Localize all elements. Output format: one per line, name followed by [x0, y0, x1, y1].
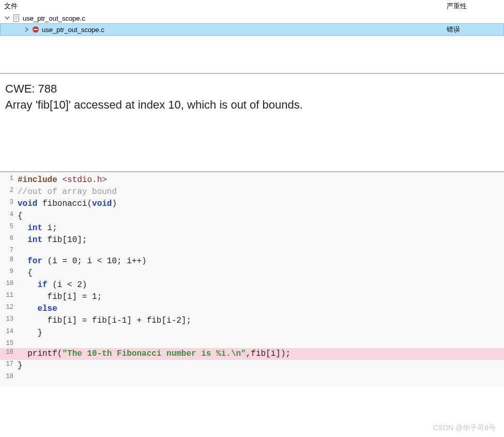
code-line: 13 fib[i] = fib[i-1] + fib[i-2];	[0, 315, 504, 327]
code-content: }	[18, 360, 23, 372]
column-headers: 文件 严重性	[0, 0, 504, 13]
expand-down-icon[interactable]	[4, 15, 10, 21]
line-number: 12	[0, 303, 18, 315]
code-line: 6 int fib[10];	[0, 234, 504, 246]
line-number: 11	[0, 291, 18, 303]
header-file: 文件	[4, 2, 447, 11]
code-line: 11 fib[i] = 1;	[0, 291, 504, 303]
line-number: 10	[0, 279, 18, 291]
code-content: int i;	[18, 222, 57, 234]
error-icon	[32, 25, 40, 34]
code-content: }	[18, 327, 42, 339]
tree-parent-label: use_ptr_out_scope.c	[23, 14, 85, 22]
issue-message: CWE: 788 Array 'fib[10]' accessed at ind…	[0, 73, 504, 171]
line-number: 14	[0, 327, 18, 339]
code-line: 7	[0, 246, 504, 255]
code-content: printf("The 10-th Fibonacci number is %i…	[18, 348, 291, 360]
code-line: 8 for (i = 0; i < 10; i++)	[0, 255, 504, 267]
code-line: 15	[0, 339, 504, 348]
tree-child-row[interactable]: use_ptr_out_scope.c 错误	[0, 23, 504, 36]
code-line: 12 else	[0, 303, 504, 315]
code-line: 1#include <stdio.h>	[0, 174, 504, 186]
code-content: for (i = 0; i < 10; i++)	[18, 255, 147, 267]
tree-parent-row[interactable]: use_ptr_out_scope.c	[0, 13, 504, 23]
code-line: 9 {	[0, 267, 504, 279]
line-number: 2	[0, 186, 18, 198]
file-icon	[12, 14, 21, 22]
file-tree: use_ptr_out_scope.c use_ptr_out_scope.c …	[0, 13, 504, 36]
line-number: 13	[0, 315, 18, 327]
severity-value: 错误	[444, 25, 501, 34]
message-description: Array 'fib[10]' accessed at index 10, wh…	[5, 97, 499, 113]
code-line: 4{	[0, 210, 504, 222]
line-number: 7	[0, 246, 18, 255]
code-content: void fibonacci(void)	[18, 198, 117, 210]
svg-rect-6	[34, 29, 38, 30]
line-number: 15	[0, 339, 18, 348]
code-line-highlighted: 16 printf("The 10-th Fibonacci number is…	[0, 348, 504, 360]
code-line: 17}	[0, 360, 504, 372]
message-cwe: CWE: 788	[5, 81, 499, 97]
code-line: 18	[0, 372, 504, 381]
line-number: 18	[0, 372, 18, 381]
tree-child-label: use_ptr_out_scope.c	[42, 26, 104, 34]
code-content: {	[18, 267, 33, 279]
code-viewer: 1#include <stdio.h>2//out of array bound…	[0, 171, 504, 386]
code-content: {	[18, 210, 23, 222]
line-number: 17	[0, 360, 18, 372]
code-content: //out of array bound	[18, 186, 117, 198]
code-line: 3void fibonacci(void)	[0, 198, 504, 210]
code-line: 10 if (i < 2)	[0, 279, 504, 291]
code-content: #include <stdio.h>	[18, 174, 107, 186]
line-number: 5	[0, 222, 18, 234]
expand-right-icon[interactable]	[23, 26, 29, 33]
code-line: 2//out of array bound	[0, 186, 504, 198]
line-number: 4	[0, 210, 18, 222]
line-number: 9	[0, 267, 18, 279]
line-number: 8	[0, 255, 18, 267]
line-number: 3	[0, 198, 18, 210]
code-content: fib[i] = fib[i-1] + fib[i-2];	[18, 315, 191, 327]
code-line: 14 }	[0, 327, 504, 339]
code-content: if (i < 2)	[18, 279, 87, 291]
code-content: else	[18, 303, 57, 315]
line-number: 16	[0, 348, 18, 360]
code-line: 5 int i;	[0, 222, 504, 234]
line-number: 1	[0, 174, 18, 186]
line-number: 6	[0, 234, 18, 246]
header-severity: 严重性	[447, 2, 500, 11]
code-content: fib[i] = 1;	[18, 291, 102, 303]
code-content: int fib[10];	[18, 234, 87, 246]
